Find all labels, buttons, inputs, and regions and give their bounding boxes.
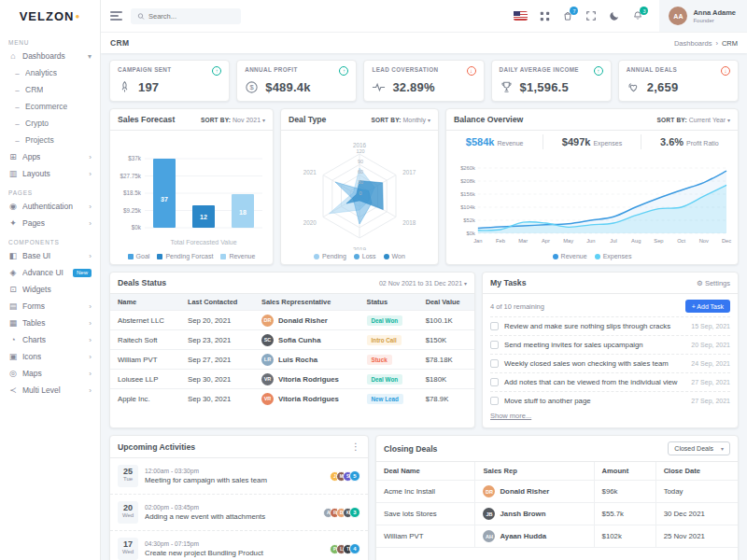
rocket-icon: [118, 80, 132, 94]
sidebar-item-label: PAGES: [8, 189, 33, 196]
closing-deals-table: Deal Name Sales Rep Amount Close Date Ac…: [376, 462, 738, 548]
deal-last-contacted: Sep 30, 2021: [180, 389, 254, 409]
sidebar-item[interactable]: – CRM: [0, 81, 100, 98]
legend-item[interactable]: Revenue: [553, 253, 587, 259]
fullscreen-icon[interactable]: [585, 10, 597, 21]
activity-date: 17Wed: [118, 538, 138, 560]
notifications-bell-icon[interactable]: 3: [632, 10, 643, 21]
sidebar-item[interactable]: ◈ Advance UI New: [0, 264, 100, 281]
task-checkbox[interactable]: [490, 359, 499, 368]
heart-hand-icon: [627, 80, 641, 94]
sidebar-item-icon: ▣: [8, 352, 18, 361]
sidebar-item[interactable]: COMPONENTS: [0, 231, 100, 247]
activity-avatars: JMS 5: [333, 470, 360, 482]
table-row: Loiusee LLP Sep 30, 2021 VRVitoria Rodri…: [110, 370, 474, 389]
deal-amount: $96k: [594, 481, 655, 503]
sidebar-nav: MENU ⌂ Dashboards ▾ – Analytics: [0, 32, 100, 399]
sidebar-item[interactable]: PAGES: [0, 182, 100, 198]
closed-deals-select[interactable]: Closed Deals▾: [668, 441, 730, 455]
svg-text:$9.25k: $9.25k: [123, 207, 142, 214]
sidebar-item[interactable]: ⌂ Dashboards ▾: [0, 48, 100, 64]
sidebar-item[interactable]: MENU: [0, 32, 100, 48]
user-menu[interactable]: AA Anna Adame Founder: [659, 0, 747, 32]
sidebar-item[interactable]: ◧ Base UI ›: [0, 247, 100, 264]
show-more-link[interactable]: Show more...: [483, 410, 738, 426]
sidebar-item[interactable]: ✦ Pages ›: [0, 215, 100, 231]
legend-item[interactable]: Loss: [354, 253, 376, 259]
svg-text:$0k: $0k: [132, 224, 142, 231]
language-flag-icon[interactable]: [514, 11, 528, 21]
tasks-remaining: 4 of 10 remaining: [490, 302, 544, 311]
sidebar-item[interactable]: ◎ Maps ›: [0, 365, 100, 382]
task-date: 20 Sep, 2021: [691, 342, 730, 348]
legend-item[interactable]: Expenses: [595, 253, 632, 259]
deal-type-legend[interactable]: PendingLossWon: [314, 250, 405, 259]
kpi-label: DAILY AVERAGE INCOME: [500, 66, 579, 73]
topbar: 7 3 AA Anna Adame Founder: [101, 0, 747, 32]
dark-mode-moon-icon[interactable]: [609, 10, 620, 21]
sales-forecast-legend[interactable]: GoalPending ForcastRevenue: [128, 250, 256, 259]
balance-overview-sort-dropdown[interactable]: SORT BY: Current Year ▾: [657, 117, 730, 123]
status-badge: Deal Won: [367, 374, 403, 385]
logo[interactable]: VELZON●: [0, 0, 100, 32]
balance-overview-legend[interactable]: RevenueExpenses: [553, 250, 632, 259]
sales-forecast-sort-dropdown[interactable]: SORT BY: Nov 2021 ▾: [201, 117, 265, 123]
sidebar-item[interactable]: ◔ Charts ›: [0, 331, 100, 348]
legend-item[interactable]: Revenue: [220, 253, 255, 259]
sidebar-item[interactable]: ◉ Authentication ›: [0, 198, 100, 215]
sidebar-item[interactable]: – Projects: [0, 132, 100, 148]
kpi-label: LEAD COVERSATION: [372, 66, 438, 73]
activity-time: 12:00am - 03:30pm: [145, 468, 327, 474]
apps-grid-icon[interactable]: [540, 11, 550, 21]
deal-type-sort-dropdown[interactable]: SORT BY: Monthly ▾: [371, 117, 430, 123]
sidebar-item[interactable]: ▤ Forms ›: [0, 298, 100, 315]
sidebar-item[interactable]: ▦ Tables ›: [0, 315, 100, 331]
table-header-row: Deal Name Sales Rep Amount Close Date: [376, 462, 738, 481]
add-task-button[interactable]: + Add Task: [685, 300, 730, 313]
sidebar-item-icon: ▦: [8, 318, 18, 328]
legend-item[interactable]: Goal: [128, 253, 150, 259]
deal-close-date: 30 Dec 2021: [655, 503, 738, 525]
sidebar-item-icon: ⊞: [8, 152, 18, 161]
sidebar-item[interactable]: ≺ Multi Level ›: [0, 382, 100, 399]
task-checkbox[interactable]: [490, 341, 499, 349]
sidebar-item[interactable]: – Crypto: [0, 115, 100, 132]
sidebar-item[interactable]: ⊞ Apps ›: [0, 148, 100, 165]
legend-item[interactable]: Won: [384, 253, 405, 259]
more-options-icon[interactable]: ⋮: [351, 441, 360, 452]
card-title: Balance Overview: [454, 115, 523, 124]
svg-text:Nov: Nov: [699, 238, 709, 244]
task-item: Review and make sure nothing slips throu…: [490, 316, 730, 335]
task-item: Add notes that can be viewed from the in…: [490, 372, 730, 391]
deal-last-contacted: Sep 20, 2021: [180, 311, 254, 330]
legend-item[interactable]: Pending: [314, 253, 346, 259]
breadcrumb-current: CRM: [722, 39, 738, 48]
sidebar-item-label: Tables: [22, 318, 46, 328]
deals-period-dropdown[interactable]: 02 Nov 2021 to 31 Dec 2021 ▾: [379, 280, 467, 287]
search-box[interactable]: [131, 8, 241, 24]
sidebar-item[interactable]: ▣ Icons ›: [0, 348, 100, 365]
kpi-value: 197: [138, 80, 159, 94]
sidebar-item-label: Projects: [25, 135, 54, 145]
sidebar-item[interactable]: ⊡ Widgets: [0, 281, 100, 298]
activity-title: Meeting for campaign with sales team: [145, 476, 327, 484]
tasks-settings-button[interactable]: ⚙ Settings: [697, 279, 730, 287]
legend-item[interactable]: Pending Forcast: [157, 253, 213, 259]
cart-icon[interactable]: 7: [562, 10, 573, 21]
sidebar-item[interactable]: ▥ Layouts ›: [0, 165, 100, 182]
avatar: SC: [261, 334, 274, 346]
search-input[interactable]: [148, 12, 234, 21]
breadcrumb-root[interactable]: Dashboards: [674, 39, 712, 48]
task-checkbox[interactable]: [490, 322, 499, 330]
task-checkbox[interactable]: [490, 397, 499, 405]
balance-overview-line-chart: $260k$208k$156k$104k$52k$0kJanFebMarAprM…: [452, 162, 732, 250]
sidebar-item-label: MENU: [8, 39, 29, 46]
deal-name: William PVT: [110, 350, 180, 370]
table-row: Acme Inc Install DRDonald Risher $96k To…: [376, 481, 738, 503]
sidebar-item[interactable]: – Ecommerce: [0, 98, 100, 115]
sales-rep-name: Luis Rocha: [278, 356, 317, 364]
svg-text:Jan: Jan: [473, 238, 482, 244]
hamburger-menu-icon[interactable]: [110, 11, 122, 21]
task-checkbox[interactable]: [490, 378, 499, 386]
sidebar-item[interactable]: – Analytics: [0, 64, 100, 81]
